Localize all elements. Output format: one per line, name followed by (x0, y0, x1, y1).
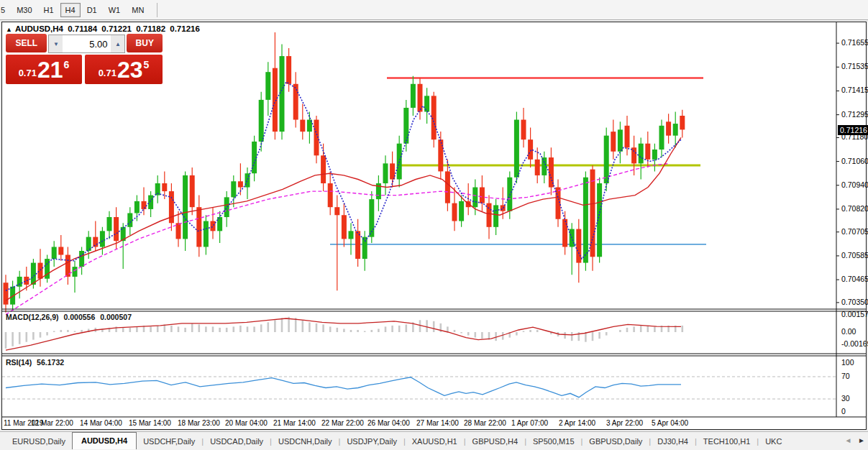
tab-xauusd-h1[interactable]: XAUUSD,H1 (406, 434, 464, 449)
macd-tick: -0.001692 (841, 339, 868, 348)
tab-usdchf-daily[interactable]: USDCHF,Daily (137, 434, 201, 449)
candle-body (273, 68, 278, 132)
tab-eurusd-daily[interactable]: EURUSD,Daily (6, 434, 72, 449)
tab-usdcad-daily[interactable]: USDCAD,Daily (204, 434, 270, 449)
candle-body (431, 96, 437, 139)
candle-body (459, 201, 464, 221)
macd-signal-line (6, 318, 681, 350)
candle-body (639, 144, 644, 164)
candle-body (487, 203, 492, 227)
price-tick: 0.71060 (841, 157, 868, 165)
price-tick: 0.70705 (841, 227, 868, 236)
price-tick: 0.71295 (841, 110, 868, 119)
candle-body (472, 188, 478, 208)
candle-body (383, 163, 388, 183)
candle-body (169, 191, 174, 223)
tab-gbpusd-h4[interactable]: GBPUSD,H4 (466, 434, 525, 449)
candle-body (204, 221, 209, 247)
tab-tech100-h1[interactable]: TECH100,H1 (697, 434, 757, 449)
candle-body (73, 267, 78, 277)
buy-quote[interactable]: 0.71 23 5 (85, 55, 163, 84)
tab-gbpusd-daily[interactable]: GBPUSD,Daily (583, 434, 649, 449)
candle-body (114, 217, 119, 241)
candle-body (259, 100, 264, 142)
ohlc-close: 0.71216 (170, 24, 200, 33)
tab-scroll-left-icon[interactable]: ◄ (844, 436, 851, 444)
candle-body (576, 229, 581, 263)
timeframe-toolbar: 5M30H1H4D1W1MN (0, 0, 868, 20)
candle-body (403, 108, 408, 144)
ohlc-high: 0.71221 (101, 24, 132, 33)
candle-body (397, 144, 402, 180)
tab-scroll-right-icon[interactable]: ► (858, 436, 865, 444)
candle-body (100, 231, 105, 247)
candle-body (342, 215, 347, 239)
candle-body (52, 247, 57, 259)
candle-body (411, 84, 416, 108)
candle-body (556, 188, 561, 219)
macd-name: MACD(12,26,9) (6, 313, 59, 321)
candle-body (196, 207, 201, 247)
tab-usdjpy-daily[interactable]: USDJPY,Daily (340, 434, 403, 449)
tab-ukc[interactable]: UKC (759, 434, 788, 449)
buy-price-pip: 5 (144, 59, 150, 70)
timeframe-button-w1[interactable]: W1 (104, 3, 126, 17)
candle-body (542, 157, 547, 175)
date-tick: 2 Apr 14:00 (559, 419, 595, 427)
timeframe-button-d1[interactable]: D1 (82, 3, 102, 17)
buy-price-prefix: 0.71 (99, 68, 117, 78)
tab-usdcnh-daily[interactable]: USDCNH,Daily (272, 434, 339, 449)
candle-body (142, 201, 147, 209)
candle-body (4, 283, 9, 304)
timeframe-button-h4[interactable]: H4 (60, 3, 81, 17)
candle-body (224, 197, 229, 217)
candle-body (58, 247, 63, 254)
tab-scroll-arrows: ◄ ► (840, 436, 865, 444)
one-click-trading-panel: SELL ▼ 5.00 ▲ BUY 0.71 21 6 0.71 23 5 (6, 34, 163, 84)
date-tick: 26 Mar 04:00 (367, 419, 410, 427)
tab-dj30-h4[interactable]: DJ30,H4 (651, 434, 695, 449)
date-tick: 14 Mar 04:00 (80, 419, 122, 427)
volume-input[interactable]: 5.00 (63, 35, 111, 52)
candle-body (438, 139, 443, 171)
candle-body (328, 183, 333, 207)
candle-body (127, 213, 132, 226)
timeframe-button-m30[interactable]: M30 (12, 3, 37, 17)
timeframe-button-mn[interactable]: MN (127, 3, 149, 17)
timeframe-buttons: 5M30H1H4D1W1MN (0, 3, 150, 17)
price-tick: 0.70350 (841, 298, 868, 306)
macd-tick: 0.00 (841, 327, 856, 336)
current-price-tag: 0.71216 (838, 125, 868, 135)
date-tick: 5 Apr 04:00 (652, 419, 688, 427)
buy-button[interactable]: BUY (127, 34, 163, 52)
price-tick: 0.70465 (841, 275, 868, 283)
sell-button[interactable]: SELL (6, 34, 47, 52)
volume-increase-icon[interactable]: ▲ (111, 35, 124, 52)
timeframe-button-h1[interactable]: H1 (39, 3, 59, 17)
tab-audusd-h4[interactable]: AUDUSD,H4 (72, 432, 137, 449)
date-tick: 21 Mar 14:00 (273, 419, 316, 427)
date-tick: 1 Apr 07:00 (511, 419, 548, 427)
chart-window[interactable]: 0.716550.715350.714150.712950.711800.710… (1, 22, 867, 430)
tab-sp500-m15[interactable]: SP500,M15 (526, 434, 580, 449)
panel-toggle-icon[interactable]: ▲ (6, 26, 12, 33)
candle-body (666, 121, 671, 135)
candle-body (24, 277, 29, 285)
candle-body (583, 178, 588, 263)
rsi-tick: 0 (841, 407, 846, 415)
candle-body (452, 203, 457, 221)
candle-body (162, 183, 167, 191)
chart-tab-bar: EURUSD,DailyAUDUSD,H4USDCHF,Daily|USDCAD… (0, 431, 868, 450)
date-tick: 18 Mar 23:00 (178, 419, 220, 427)
sell-quote[interactable]: 0.71 21 6 (6, 55, 82, 84)
timeframe-button-5[interactable]: 5 (0, 3, 10, 17)
candle-body (590, 170, 595, 257)
rsi-line (6, 377, 681, 398)
buy-price-big: 23 (117, 58, 143, 82)
candle-body (659, 126, 664, 150)
candle-body (625, 126, 630, 147)
rsi-tick: 70 (841, 372, 850, 380)
candle-body (528, 139, 533, 160)
volume-decrease-icon[interactable]: ▼ (49, 35, 63, 52)
date-tick: 22 Mar 22:00 (321, 419, 364, 427)
